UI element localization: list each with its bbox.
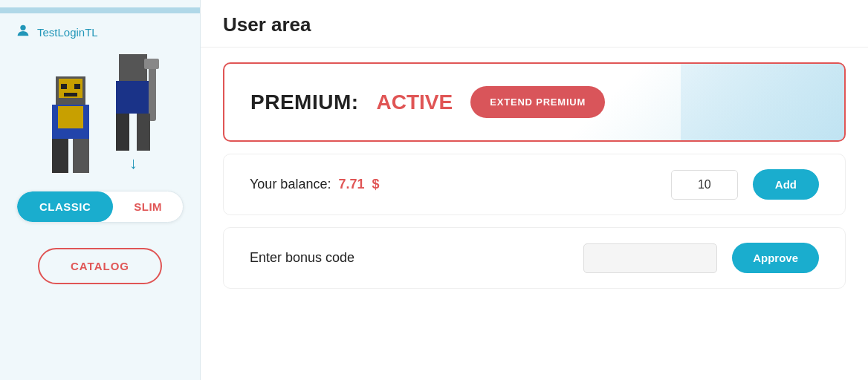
- page-title: User area: [201, 0, 868, 48]
- amount-input[interactable]: [671, 170, 738, 200]
- download-icon[interactable]: ↓: [129, 154, 137, 172]
- sidebar: TestLoginTL: [0, 0, 201, 380]
- balance-amount: 7.71: [338, 177, 364, 191]
- classic-button[interactable]: CLASSIC: [17, 191, 113, 222]
- skin-front: [45, 76, 97, 173]
- sidebar-top-strip: [0, 7, 200, 13]
- balance-card: Your balance: 7.71 $ Add: [223, 154, 846, 215]
- premium-label: PREMIUM:: [250, 91, 359, 114]
- skin-container: ↓: [45, 54, 156, 173]
- main-content: User area PREMIUM: ACTIVE EXTEND PREMIUM…: [201, 0, 868, 380]
- user-info: TestLoginTL: [0, 22, 98, 42]
- slim-button[interactable]: SLIM: [113, 191, 183, 222]
- premium-status: ACTIVE: [377, 91, 453, 114]
- premium-card: PREMIUM: ACTIVE EXTEND PREMIUM: [223, 62, 846, 142]
- skin-type-toggle: CLASSIC SLIM: [16, 191, 184, 223]
- bonus-label: Enter bonus code: [250, 250, 569, 266]
- svg-point-0: [20, 25, 25, 30]
- bonus-code-input[interactable]: [583, 243, 717, 273]
- content-area: PREMIUM: ACTIVE EXTEND PREMIUM Your bala…: [201, 48, 868, 304]
- username-label: TestLoginTL: [37, 26, 98, 39]
- bonus-card: Enter bonus code Approve: [223, 227, 846, 289]
- skin-back: [111, 54, 156, 151]
- catalog-button[interactable]: CATALOG: [38, 248, 162, 284]
- user-icon: [15, 22, 31, 42]
- extend-premium-button[interactable]: EXTEND PREMIUM: [470, 86, 605, 118]
- balance-currency: $: [372, 177, 380, 191]
- approve-button[interactable]: Approve: [732, 243, 819, 273]
- add-button[interactable]: Add: [753, 169, 819, 200]
- balance-label: Your balance: 7.71 $: [250, 177, 656, 192]
